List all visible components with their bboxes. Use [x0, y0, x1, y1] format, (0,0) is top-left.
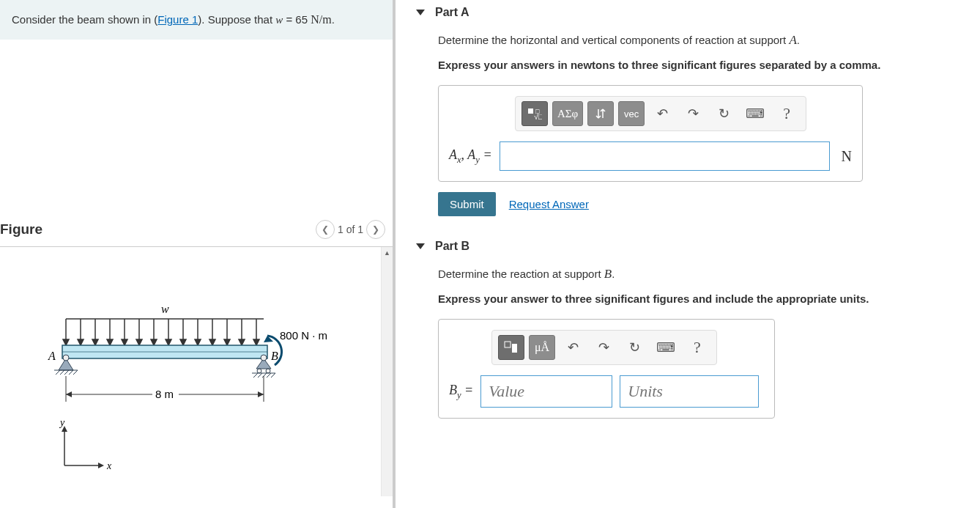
pager-text: 1 of 1	[338, 224, 363, 235]
part-a-input[interactable]	[500, 141, 830, 171]
vec-button[interactable]: vec	[618, 101, 645, 126]
undo-button[interactable]: ↶	[649, 101, 675, 126]
svg-marker-53	[258, 391, 264, 397]
part-b-eq-label: By =	[449, 383, 473, 401]
left-panel: Consider the beam shown in (Figure 1). S…	[0, 0, 396, 508]
svg-marker-24	[224, 339, 230, 345]
svg-marker-6	[92, 339, 98, 345]
figure-pager: ❮ 1 of 1 ❯	[316, 220, 385, 239]
part-a-content: Determine the horizontal and vertical co…	[416, 31, 959, 234]
svg-marker-58	[98, 463, 104, 468]
svg-text:√□: √□	[534, 112, 542, 120]
keyboard-button[interactable]	[741, 101, 769, 126]
templates-button[interactable]: □√□	[521, 101, 548, 126]
part-a-answer-box: □√□ ΑΣφ vec ↶ ↷ ↻ ? Ax, Ay = N	[438, 85, 863, 182]
units-button[interactable]: μÅ	[529, 335, 555, 360]
caret-down-icon	[416, 10, 425, 15]
svg-marker-18	[180, 339, 186, 345]
problem-statement: Consider the beam shown in (Figure 1). S…	[0, 0, 393, 40]
span-label: 8 m	[155, 388, 174, 400]
redo-button[interactable]: ↷	[590, 335, 617, 360]
svg-marker-52	[66, 391, 72, 397]
part-a-eq-label: Ax, Ay =	[449, 147, 492, 166]
problem-units: N/m	[311, 13, 331, 26]
svg-line-38	[73, 370, 78, 375]
subscript-button[interactable]	[587, 101, 614, 126]
problem-period: .	[332, 13, 335, 26]
svg-line-37	[69, 370, 73, 375]
svg-line-34	[56, 370, 60, 375]
figure-title: Figure	[0, 221, 42, 238]
part-a-title: Part A	[435, 6, 469, 19]
svg-rect-59	[528, 108, 533, 114]
part-a-bold-instruction: Express your answers in newtons to three…	[438, 57, 959, 74]
svg-marker-26	[239, 339, 245, 345]
svg-marker-12	[136, 339, 142, 345]
redo-button[interactable]: ↷	[680, 101, 706, 126]
part-b-title: Part B	[435, 240, 469, 253]
svg-marker-14	[151, 339, 157, 345]
caret-down-icon	[416, 243, 425, 249]
part-b-answer-box: μÅ ↶ ↷ ↻ ? By =	[438, 319, 775, 419]
svg-rect-62	[505, 342, 511, 347]
figure-scrollbar[interactable]: ▲	[381, 247, 393, 496]
part-b-content: Determine the reaction at support B. Exp…	[416, 265, 959, 436]
part-b-toolbar: μÅ ↶ ↷ ↻ ?	[491, 330, 717, 365]
right-panel: Part A Determine the horizontal and vert…	[396, 0, 980, 508]
pager-next-button[interactable]: ❯	[366, 220, 385, 239]
svg-line-44	[253, 373, 258, 378]
svg-marker-2	[63, 339, 69, 345]
svg-point-40	[261, 355, 267, 361]
part-a-submit-row: Submit Request Answer	[438, 192, 959, 216]
problem-prefix: Consider the beam shown in (	[12, 13, 157, 26]
undo-button[interactable]: ↶	[560, 335, 586, 360]
request-answer-link[interactable]: Request Answer	[509, 198, 589, 210]
part-b-header[interactable]: Part B	[416, 234, 959, 265]
part-b-equation-row: By =	[449, 375, 764, 408]
svg-line-48	[271, 373, 275, 378]
svg-marker-16	[166, 339, 171, 345]
svg-line-36	[64, 370, 69, 375]
problem-suffix: ). Suppose that	[198, 13, 275, 26]
figure-header: Figure ❮ 1 of 1 ❯	[0, 216, 393, 247]
keyboard-button[interactable]	[652, 335, 680, 360]
svg-marker-8	[107, 339, 113, 345]
svg-line-46	[262, 373, 267, 378]
svg-rect-63	[512, 344, 517, 353]
svg-point-42	[266, 369, 270, 373]
support-a-label: A	[48, 350, 56, 362]
part-b-units-input[interactable]	[620, 375, 759, 408]
svg-marker-4	[78, 339, 83, 345]
svg-marker-28	[253, 339, 259, 345]
svg-marker-22	[209, 339, 215, 345]
submit-button[interactable]: Submit	[438, 192, 496, 216]
part-a-header[interactable]: Part A	[416, 0, 959, 31]
problem-eq: = 65	[283, 13, 311, 26]
part-b-value-input[interactable]	[480, 375, 612, 408]
svg-point-41	[257, 369, 261, 373]
part-b-instruction: Determine the reaction at support B.	[438, 265, 959, 284]
templates-icon	[503, 341, 519, 354]
part-a-toolbar: □√□ ΑΣφ vec ↶ ↷ ↻ ?	[515, 96, 806, 131]
figure-link[interactable]: Figure 1	[157, 13, 198, 26]
support-b-label: B	[271, 350, 278, 362]
svg-line-47	[267, 373, 271, 378]
svg-marker-10	[122, 339, 127, 345]
beam-diagram: w	[44, 303, 337, 493]
pager-prev-button[interactable]: ❮	[316, 220, 335, 239]
help-button[interactable]: ?	[773, 101, 800, 126]
templates-button[interactable]	[498, 335, 524, 360]
figure-body: ▲ w	[0, 247, 393, 496]
part-a-equation-row: Ax, Ay = N	[449, 141, 852, 171]
arrows-icon	[595, 108, 606, 119]
scroll-up-icon: ▲	[382, 247, 393, 259]
part-b-bold-instruction: Express your answer to three significant…	[438, 291, 959, 308]
reset-button[interactable]: ↻	[621, 335, 647, 360]
load-label: w	[161, 303, 169, 315]
reset-button[interactable]: ↻	[710, 101, 737, 126]
svg-line-45	[258, 373, 262, 378]
help-button[interactable]: ?	[684, 335, 710, 360]
problem-var: w	[275, 14, 283, 26]
greek-button[interactable]: ΑΣφ	[552, 101, 583, 126]
svg-line-35	[60, 370, 64, 375]
